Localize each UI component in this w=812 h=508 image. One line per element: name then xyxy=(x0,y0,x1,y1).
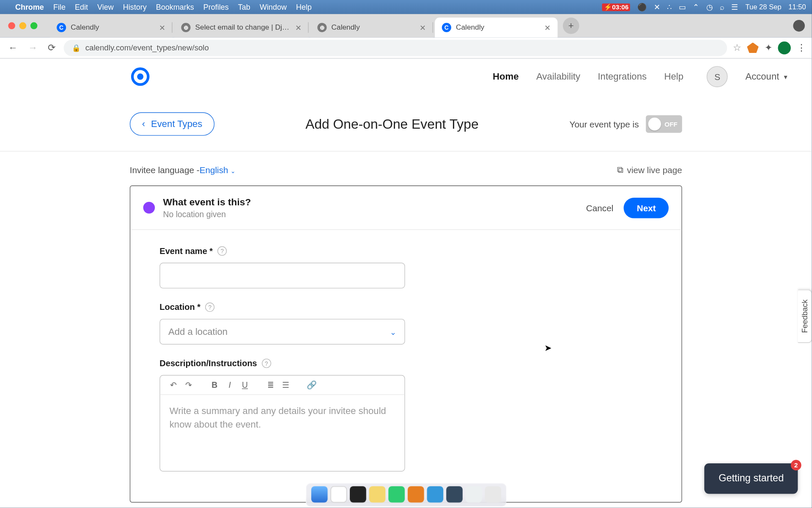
fullscreen-window-button[interactable] xyxy=(30,22,38,30)
menu-tab[interactable]: Tab xyxy=(238,3,250,11)
status-icon-1[interactable]: ⚫ xyxy=(637,3,647,11)
nav-help[interactable]: Help xyxy=(664,72,683,82)
feedback-tab[interactable]: Feedback xyxy=(798,290,812,343)
event-type-toggle[interactable]: OFF xyxy=(646,115,682,133)
profile-avatar[interactable] xyxy=(778,41,790,54)
menu-file[interactable]: File xyxy=(53,3,66,11)
cancel-button[interactable]: Cancel xyxy=(586,203,614,213)
tab-2[interactable]: ⊕ Select email to change | Django ✕ xyxy=(174,17,309,37)
dock-chrome[interactable] xyxy=(330,486,347,502)
dock-app-5[interactable] xyxy=(465,486,482,502)
timer-icon[interactable]: ⚡03:06 xyxy=(602,3,631,11)
address-bar[interactable]: 🔒 calendly.com/event_types/new/solo xyxy=(64,39,727,56)
account-dropdown[interactable]: Account ▼ xyxy=(745,72,788,82)
menu-help[interactable]: Help xyxy=(296,3,312,11)
app-menu[interactable]: Chrome xyxy=(15,3,44,11)
redo-icon[interactable]: ↷ xyxy=(182,380,195,389)
back-button[interactable]: ← xyxy=(6,42,20,53)
account-avatar[interactable]: S xyxy=(707,66,728,87)
tab-3[interactable]: ⊕ Calendly ✕ xyxy=(310,17,433,37)
menu-edit[interactable]: Edit xyxy=(75,3,88,11)
close-tab-icon[interactable]: ✕ xyxy=(159,23,165,32)
nav-home[interactable]: Home xyxy=(493,72,518,82)
minimize-window-button[interactable] xyxy=(19,22,27,30)
extensions-icon[interactable]: ✦ xyxy=(765,42,772,53)
dock-app-3[interactable] xyxy=(427,486,443,502)
menu-window[interactable]: Window xyxy=(260,3,287,11)
reload-button[interactable]: ⟳ xyxy=(46,42,58,53)
event-name-field: Event name * ? xyxy=(159,246,405,289)
page-content: Home Availability Integrations Help S Ac… xyxy=(0,58,812,508)
spotlight-icon[interactable]: ⌕ xyxy=(720,3,724,11)
star-icon[interactable]: ☆ xyxy=(733,42,741,53)
wifi-icon[interactable]: ⌃ xyxy=(693,3,699,11)
toggle-state: OFF xyxy=(664,121,677,128)
close-tab-icon[interactable]: ✕ xyxy=(420,23,426,32)
event-color-dot xyxy=(143,202,155,214)
battery-icon[interactable]: ▭ xyxy=(679,3,686,11)
help-icon[interactable]: ? xyxy=(262,359,271,368)
svg-point-1 xyxy=(137,74,143,80)
help-icon[interactable]: ? xyxy=(205,302,214,312)
underline-icon[interactable]: U xyxy=(239,380,251,389)
back-label: Event Types xyxy=(151,119,202,130)
view-live-page-link[interactable]: ⧉ view live page xyxy=(617,164,682,175)
nav-availability[interactable]: Availability xyxy=(536,72,580,82)
control-center-icon[interactable]: ☰ xyxy=(731,3,738,11)
undo-icon[interactable]: ↶ xyxy=(167,380,180,389)
nav-integrations[interactable]: Integrations xyxy=(598,72,647,82)
getting-started-button[interactable]: Getting started 2 xyxy=(705,464,798,494)
description-textarea[interactable]: Write a summary and any details your inv… xyxy=(160,395,405,471)
link-icon[interactable]: 🔗 xyxy=(305,380,318,389)
chevron-down-icon: ▼ xyxy=(783,73,789,80)
numbered-list-icon[interactable]: ☰ xyxy=(280,380,292,389)
close-tab-icon[interactable]: ✕ xyxy=(295,23,302,32)
clock-icon[interactable]: ◷ xyxy=(706,3,713,11)
account-chip[interactable] xyxy=(793,20,805,32)
getting-started-label: Getting started xyxy=(719,473,784,484)
next-button[interactable]: Next xyxy=(624,197,669,218)
tab-4-active[interactable]: C Calendly ✕ xyxy=(435,17,557,37)
menu-icon[interactable]: ⋮ xyxy=(797,42,806,53)
menu-bookmarks[interactable]: Bookmarks xyxy=(156,3,194,11)
bullet-list-icon[interactable]: ≣ xyxy=(264,380,277,389)
dock-app-4[interactable] xyxy=(446,486,462,502)
invitee-language-dropdown[interactable]: English ⌄ xyxy=(200,165,236,174)
event-type-toggle-wrap: Your event type is OFF xyxy=(569,115,682,133)
card-title: What event is this? xyxy=(163,196,251,207)
dock-notes[interactable] xyxy=(369,486,385,502)
event-name-input[interactable] xyxy=(159,263,405,289)
dock-finder[interactable] xyxy=(311,486,327,502)
status-icon-3[interactable]: ∴ xyxy=(667,3,672,11)
italic-icon[interactable]: I xyxy=(223,380,236,389)
bold-icon[interactable]: B xyxy=(208,380,221,389)
url-text: calendly.com/event_types/new/solo xyxy=(85,43,209,52)
menu-history[interactable]: History xyxy=(123,3,147,11)
rich-text-editor: ↶ ↷ B I U ≣ ☰ 🔗 Write a summary xyxy=(159,375,405,472)
lock-icon: 🔒 xyxy=(72,44,81,52)
close-window-button[interactable] xyxy=(8,22,15,30)
status-icon-2[interactable]: ✕ xyxy=(654,3,660,11)
forward-button[interactable]: → xyxy=(26,42,40,53)
metamask-extension-icon[interactable] xyxy=(747,42,759,53)
macos-menubar: Chrome File Edit View History Bookmarks … xyxy=(0,0,812,14)
dock-trash[interactable] xyxy=(485,486,501,502)
event-name-label: Event name * xyxy=(159,246,213,256)
tab-1[interactable]: C Calendly ✕ xyxy=(49,17,172,37)
dock-app-2[interactable] xyxy=(407,486,424,502)
back-to-event-types-button[interactable]: ‹ Event Types xyxy=(130,112,215,135)
close-tab-icon[interactable]: ✕ xyxy=(544,23,551,32)
new-tab-button[interactable]: + xyxy=(563,17,579,34)
help-icon[interactable]: ? xyxy=(217,246,227,256)
dock-terminal[interactable] xyxy=(349,486,366,502)
location-select[interactable]: Add a location ⌄ xyxy=(159,319,405,345)
location-field: Location * ? Add a location ⌄ xyxy=(159,302,405,345)
toggle-knob xyxy=(648,118,661,130)
menubar-clock[interactable]: 11:50 xyxy=(788,3,806,11)
menu-view[interactable]: View xyxy=(97,3,114,11)
menubar-date[interactable]: Tue 28 Sep xyxy=(746,3,782,11)
dock-app-1[interactable] xyxy=(388,486,405,502)
card-header: What event is this? No location given Ca… xyxy=(130,186,681,230)
calendly-logo[interactable] xyxy=(130,66,151,87)
menu-profiles[interactable]: Profiles xyxy=(203,3,229,11)
